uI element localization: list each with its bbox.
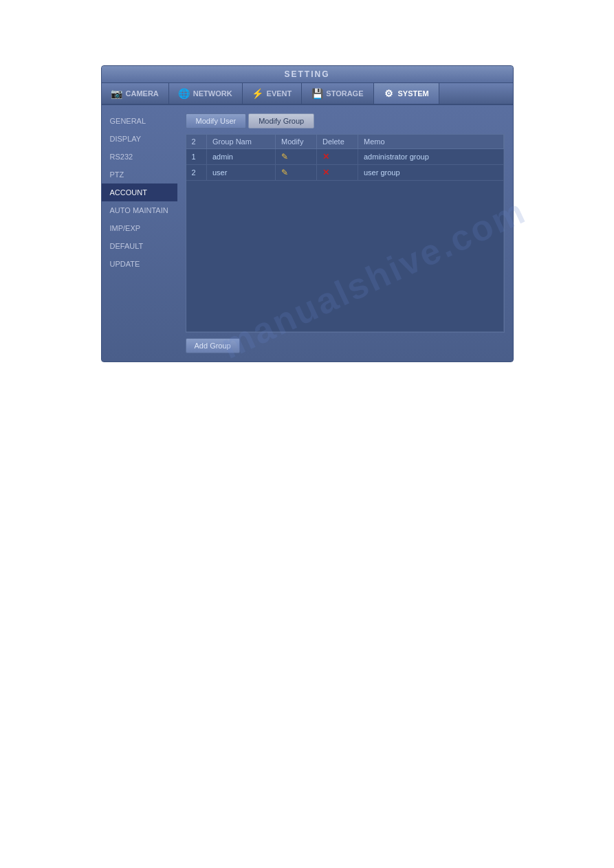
panel-title: SETTING [284,69,329,79]
sidebar-item-imp-exp[interactable]: IMP/EXP [102,219,177,237]
table-row: 1 admin ✎ ✕ administrator group [186,149,504,165]
row1-edit-icon[interactable]: ✎ [281,152,288,162]
sidebar-item-rs232[interactable]: RS232 [102,148,177,166]
col-count: 2 [186,135,207,149]
tab-network-label: NETWORK [193,89,232,98]
main-content: Modify User Modify Group 2 Group Nam Mod… [177,105,513,361]
row2-memo: user group [358,165,504,181]
col-group-name: Group Nam [207,135,276,149]
tab-network[interactable]: 🌐 NETWORK [169,83,243,104]
row2-modify[interactable]: ✎ [276,165,317,181]
tab-camera[interactable]: 📷 CAMERA [102,83,169,104]
sidebar-item-general[interactable]: GENERAL [102,112,177,130]
tab-event-label: EVENT [267,89,292,98]
camera-icon: 📷 [111,88,122,99]
tab-system[interactable]: ⚙ SYSTEM [374,83,439,104]
row1-delete-icon[interactable]: ✕ [322,152,329,162]
event-icon: ⚡ [252,88,263,99]
row1-modify[interactable]: ✎ [276,149,317,165]
modify-user-button[interactable]: Modify User [186,113,247,129]
tab-event[interactable]: ⚡ EVENT [243,83,303,104]
table-row: 2 user ✎ ✕ user group [186,165,504,181]
col-memo: Memo [358,135,504,149]
sidebar-item-account[interactable]: ACCOUNT [102,183,177,201]
sidebar: GENERAL DISPLAY RS232 PTZ ACCOUNT [102,105,177,361]
storage-icon: 💾 [311,88,322,99]
tab-buttons: Modify User Modify Group [186,113,505,129]
tab-camera-label: CAMERA [126,89,159,98]
main-panel: SETTING 📷 CAMERA 🌐 NETWORK ⚡ EVENT 💾 [101,65,514,362]
add-group-button[interactable]: Add Group [186,338,240,353]
modify-group-button[interactable]: Modify Group [248,113,314,129]
row2-group-name: user [207,165,276,181]
network-icon: 🌐 [179,88,190,99]
sidebar-item-auto-maintain[interactable]: AUTO MAINTAIN [102,201,177,219]
row1-num: 1 [186,149,207,165]
empty-row [186,181,504,332]
sidebar-item-update[interactable]: UPDATE [102,255,177,273]
sidebar-item-default[interactable]: DEFAULT [102,237,177,255]
content-area: GENERAL DISPLAY RS232 PTZ ACCOUNT [102,105,513,361]
tab-storage[interactable]: 💾 STORAGE [302,83,373,104]
row1-delete[interactable]: ✕ [317,149,358,165]
title-bar: SETTING [102,66,513,83]
row1-group-name: admin [207,149,276,165]
row2-num: 2 [186,165,207,181]
row1-memo: administrator group [358,149,504,165]
sidebar-item-ptz[interactable]: PTZ [102,166,177,183]
nav-tabs: 📷 CAMERA 🌐 NETWORK ⚡ EVENT 💾 STORAGE ⚙ [102,83,513,105]
row2-delete[interactable]: ✕ [317,165,358,181]
row2-delete-icon[interactable]: ✕ [322,168,329,177]
group-table: 2 Group Nam Modify Delete Memo 1 [186,135,504,332]
table-header-row: 2 Group Nam Modify Delete Memo [186,135,504,149]
system-icon: ⚙ [384,88,395,99]
sidebar-item-display[interactable]: DISPLAY [102,130,177,148]
tab-system-label: SYSTEM [398,89,429,98]
col-modify: Modify [276,135,317,149]
group-table-wrapper: 2 Group Nam Modify Delete Memo 1 [186,134,505,333]
col-delete: Delete [317,135,358,149]
tab-storage-label: STORAGE [326,89,363,98]
row2-edit-icon[interactable]: ✎ [281,168,288,177]
